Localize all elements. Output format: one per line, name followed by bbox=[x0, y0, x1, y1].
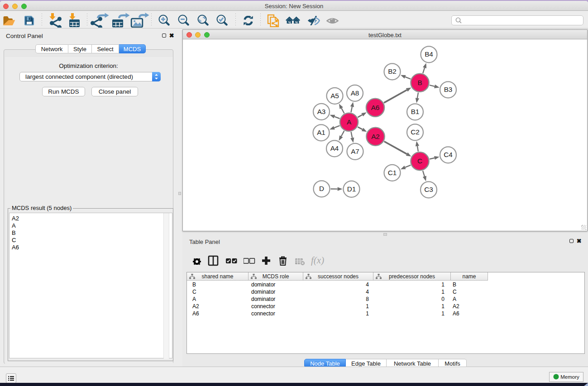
svg-text:B1: B1 bbox=[411, 108, 420, 115]
svg-text:A1: A1 bbox=[317, 129, 325, 136]
svg-text:C: C bbox=[417, 157, 422, 165]
svg-text:B3: B3 bbox=[444, 86, 453, 93]
svg-text:B: B bbox=[417, 79, 422, 86]
svg-text:A7: A7 bbox=[351, 148, 359, 155]
svg-text:A4: A4 bbox=[330, 144, 339, 152]
svg-text:B4: B4 bbox=[425, 50, 433, 58]
svg-text:C2: C2 bbox=[411, 128, 420, 136]
svg-text:C3: C3 bbox=[424, 186, 433, 193]
svg-text:C4: C4 bbox=[444, 151, 453, 158]
svg-text:A2: A2 bbox=[371, 133, 380, 140]
svg-text:B2: B2 bbox=[388, 67, 397, 75]
svg-text:A3: A3 bbox=[317, 108, 326, 115]
svg-text:A8: A8 bbox=[351, 89, 359, 97]
svg-text:D1: D1 bbox=[347, 185, 356, 193]
svg-text:A: A bbox=[347, 118, 352, 126]
svg-text:A5: A5 bbox=[330, 92, 339, 100]
svg-text:D: D bbox=[319, 185, 324, 192]
svg-text:A6: A6 bbox=[371, 104, 380, 111]
svg-text:C1: C1 bbox=[388, 169, 397, 176]
